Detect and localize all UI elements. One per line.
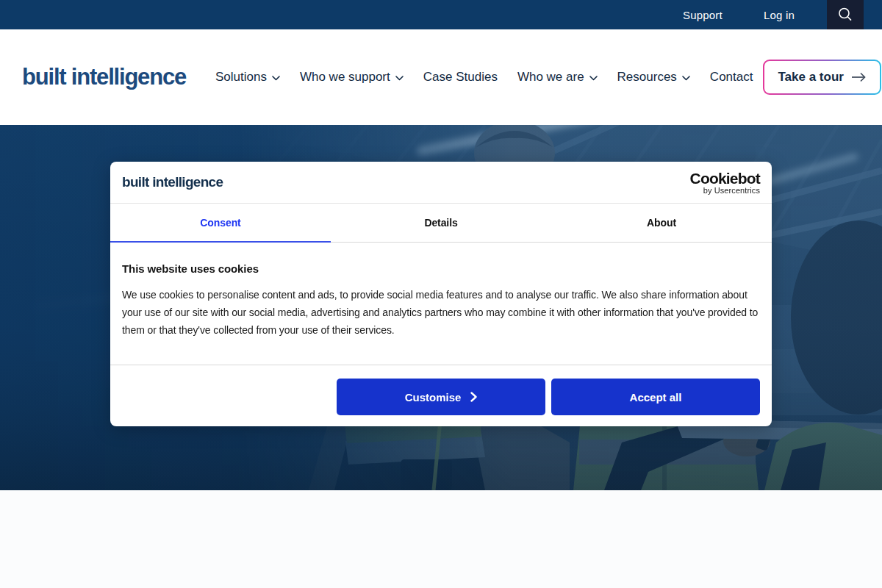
nav-item-label: Solutions	[215, 70, 267, 85]
nav-item-who-we-support[interactable]: Who we support	[300, 70, 404, 85]
search-icon	[837, 7, 853, 23]
nav-item-label: Case Studies	[423, 70, 498, 85]
nav-item-label: Who we support	[300, 70, 390, 85]
nav-item-who-we-are[interactable]: Who we are	[517, 70, 598, 85]
main-header: built intelligence Solutions Who we supp…	[0, 29, 882, 125]
chevron-down-icon	[682, 70, 690, 85]
cookie-dialog-description: We use cookies to personalise content an…	[122, 286, 760, 339]
cookie-dialog-heading: This website uses cookies	[122, 262, 760, 275]
chevron-down-icon	[272, 70, 280, 85]
search-button[interactable]	[827, 0, 864, 29]
main-nav: Solutions Who we support Case Studies Wh…	[215, 70, 753, 85]
arrow-right-icon	[851, 72, 867, 82]
nav-item-label: Who we are	[517, 70, 584, 85]
cookiebot-logo-text: Cookiebot	[690, 171, 760, 186]
cookie-dialog-body: This website uses cookies We use cookies…	[110, 243, 772, 365]
cookie-dialog-brand-logo: built intelligence	[122, 174, 223, 190]
tab-details[interactable]: Details	[331, 204, 551, 242]
cookie-dialog-footer: Customise Accept all	[110, 365, 772, 426]
cookie-dialog-tabs: Consent Details About	[110, 204, 772, 243]
login-link[interactable]: Log in	[764, 9, 795, 21]
take-a-tour-button[interactable]: Take a tour	[763, 60, 881, 95]
accept-all-button[interactable]: Accept all	[551, 379, 760, 415]
site-logo[interactable]: built intelligence	[22, 64, 186, 90]
accept-all-label: Accept all	[630, 391, 682, 404]
take-a-tour-label: Take a tour	[778, 70, 843, 85]
nav-item-resources[interactable]: Resources	[617, 70, 690, 85]
chevron-right-icon	[470, 392, 477, 402]
customise-button[interactable]: Customise	[337, 379, 545, 415]
top-utility-bar: Support Log in	[0, 0, 882, 29]
nav-item-label: Resources	[617, 70, 677, 85]
cookiebot-byline: by Usercentrics	[690, 187, 760, 195]
nav-item-solutions[interactable]: Solutions	[215, 70, 280, 85]
cookiebot-logo[interactable]: Cookiebot by Usercentrics	[690, 171, 760, 195]
tab-consent[interactable]: Consent	[110, 204, 331, 242]
cookie-consent-dialog: built intelligence Cookiebot by Usercent…	[110, 162, 772, 426]
cookie-dialog-header: built intelligence Cookiebot by Usercent…	[110, 162, 772, 204]
chevron-down-icon	[395, 70, 404, 85]
chevron-down-icon	[589, 70, 598, 85]
nav-item-label: Contact	[710, 70, 753, 85]
tab-about[interactable]: About	[551, 204, 772, 242]
page: Support Log in built intelligence Soluti…	[0, 0, 882, 588]
support-link[interactable]: Support	[683, 9, 723, 21]
nav-item-contact[interactable]: Contact	[710, 70, 753, 85]
customise-label: Customise	[405, 391, 462, 404]
below-hero-section	[0, 490, 882, 588]
nav-item-case-studies[interactable]: Case Studies	[423, 70, 498, 85]
